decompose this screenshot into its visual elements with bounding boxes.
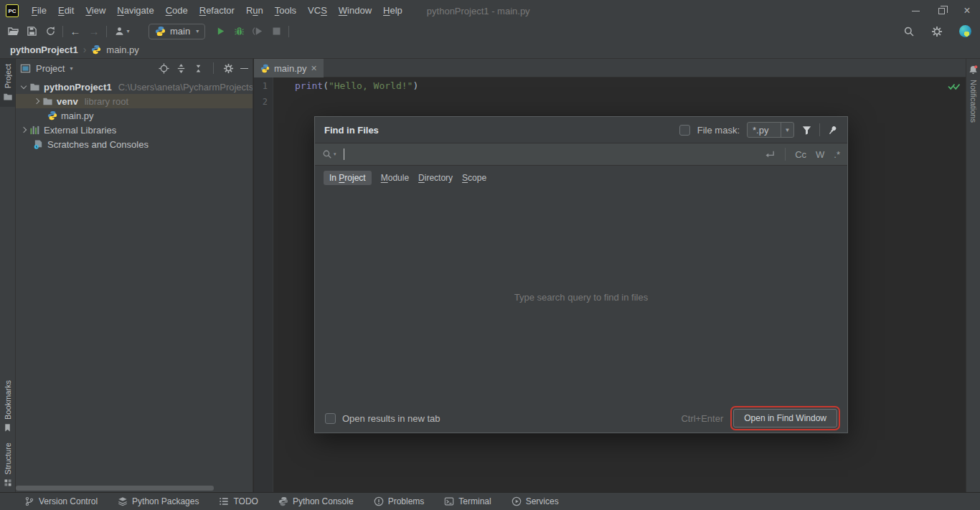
statusbar-terminal[interactable]: Terminal [444, 496, 491, 506]
dialog-bottom-row: Open results in new tab Ctrl+Enter Open … [315, 404, 847, 433]
code-with-me-button[interactable] [956, 23, 974, 40]
words-toggle[interactable]: W [816, 149, 824, 160]
toolbar-divider [106, 26, 107, 37]
regex-toggle[interactable]: .* [834, 149, 840, 160]
run-configuration-name: main [170, 26, 190, 37]
open-results-checkbox[interactable] [325, 413, 336, 424]
match-case-toggle[interactable]: Cc [795, 149, 806, 160]
inspections-ok-check-icon[interactable] [948, 81, 961, 91]
tab-close-icon[interactable]: × [311, 63, 317, 73]
tree-row-venv[interactable]: venv library root [16, 94, 253, 108]
statusbar-item-label: Problems [388, 496, 425, 506]
tree-item-detail: library root [85, 96, 128, 107]
tree-row-python-project[interactable]: pythonProject1 C:\Users\aneta\PycharmPro… [16, 80, 253, 94]
structure-icon [4, 478, 12, 487]
menu-navigate[interactable]: Navigate [111, 0, 159, 22]
collapse-all-icon[interactable] [193, 63, 204, 74]
statusbar-services[interactable]: Services [512, 496, 559, 506]
pin-icon[interactable] [825, 122, 840, 137]
statusbar-problems[interactable]: Problems [374, 496, 425, 506]
open-results-label: Open results in new tab [342, 413, 440, 424]
scope-tab-in-project[interactable]: In Project [324, 171, 372, 185]
empty-results-hint: Type search query to find in files [514, 292, 648, 303]
chevron-down-icon: ▾ [70, 65, 72, 72]
back-arrow-icon: ← [70, 25, 81, 37]
forward-arrow-icon: → [89, 25, 100, 37]
search-field[interactable]: ▾ Cc W .* [315, 143, 847, 166]
breadcrumb-project[interactable]: pythonProject1 [10, 44, 78, 55]
sync-icon [45, 26, 56, 37]
hide-panel-icon[interactable] [240, 68, 248, 69]
scope-tab-module[interactable]: Module [381, 173, 409, 183]
search-icon[interactable] [322, 149, 332, 159]
tool-stripe-structure-label: Structure [4, 443, 12, 475]
scope-tab-scope[interactable]: Scope [462, 173, 486, 183]
statusbar-python-packages[interactable]: Python Packages [118, 496, 199, 506]
tool-stripe-notifications-label[interactable]: Notifications [969, 80, 978, 123]
menu-tools[interactable]: Tools [269, 0, 302, 22]
menu-vcs[interactable]: VCS [302, 0, 333, 22]
tree-item-name: Scratches and Consoles [47, 139, 149, 150]
restore-button[interactable] [928, 0, 954, 22]
run-configuration-select[interactable]: main ▾ [149, 24, 205, 39]
menu-run[interactable]: Run [240, 0, 269, 22]
open-button[interactable] [4, 23, 22, 40]
open-in-find-window-button[interactable]: Open in Find Window [733, 409, 837, 428]
stop-button[interactable] [267, 23, 286, 40]
profile-button[interactable]: ▾ [110, 23, 134, 40]
chevron-down-icon[interactable]: ▼ [781, 123, 793, 137]
minimize-button[interactable] [903, 0, 928, 22]
gear-icon [931, 26, 943, 37]
tool-stripe-bookmarks[interactable]: Bookmarks [0, 375, 15, 438]
project-tool-window: Project ▾ pythonProject1 C:\Users\aneta\… [16, 59, 253, 492]
file-mask-checkbox[interactable] [679, 125, 690, 136]
menu-file[interactable]: File [26, 0, 52, 22]
tree-row-scratches[interactable]: Scratches and Consoles [16, 137, 253, 151]
sync-button[interactable] [41, 23, 60, 40]
code-line-1: print("Hello, World!") [295, 80, 418, 91]
editor-gutter[interactable]: 1 2 [254, 77, 273, 492]
tool-stripe-structure[interactable]: Structure [0, 438, 15, 492]
panel-settings-gear-icon[interactable] [223, 63, 234, 74]
menu-help[interactable]: Help [377, 0, 408, 22]
menu-view[interactable]: View [80, 0, 111, 22]
filter-funnel-icon[interactable] [801, 125, 812, 136]
run-button[interactable] [211, 23, 230, 40]
statusbar-todo[interactable]: TODO [219, 496, 258, 506]
chevron-down-icon[interactable] [21, 82, 27, 88]
tree-row-external-libraries[interactable]: External Libraries [16, 123, 253, 137]
tool-stripe-project[interactable]: Project [0, 59, 15, 107]
settings-button[interactable] [928, 23, 946, 40]
newline-icon[interactable] [765, 150, 776, 159]
forward-button[interactable]: → [85, 23, 103, 40]
chevron-down-icon: ▾ [126, 28, 129, 34]
back-button[interactable]: ← [66, 23, 85, 40]
scope-tab-directory[interactable]: Directory [418, 173, 453, 183]
debug-button[interactable] [230, 23, 248, 40]
menu-refactor[interactable]: Refactor [194, 0, 240, 22]
menu-edit[interactable]: Edit [52, 0, 80, 22]
chevron-right-icon[interactable] [34, 98, 39, 104]
search-everywhere-button[interactable] [900, 23, 918, 40]
chevron-right-icon[interactable] [21, 127, 27, 133]
breadcrumb-file[interactable]: main.py [106, 44, 139, 55]
notifications-bell-icon[interactable] [968, 65, 979, 75]
horizontal-scrollbar[interactable] [16, 486, 214, 491]
tool-window-icon [20, 63, 31, 74]
close-button[interactable]: × [954, 0, 980, 22]
project-panel-title[interactable]: Project [36, 63, 65, 74]
locate-file-icon[interactable] [159, 63, 169, 74]
tree-row-main-py[interactable]: main.py [16, 108, 253, 123]
file-mask-combo[interactable]: *.py ▼ [747, 122, 794, 138]
save-button[interactable] [22, 23, 41, 40]
terminal-icon [444, 496, 454, 506]
expand-all-icon[interactable] [176, 63, 187, 74]
menu-code[interactable]: Code [160, 0, 194, 22]
statusbar-version-control[interactable]: Version Control [24, 496, 98, 506]
tab-main-py[interactable]: main.py × [254, 59, 324, 77]
folder-icon [42, 96, 53, 107]
run-coverage-button[interactable] [248, 23, 267, 40]
statusbar-python-console[interactable]: Python Console [278, 496, 354, 506]
chevron-down-icon[interactable]: ▾ [334, 151, 336, 157]
menu-window[interactable]: Window [333, 0, 377, 22]
